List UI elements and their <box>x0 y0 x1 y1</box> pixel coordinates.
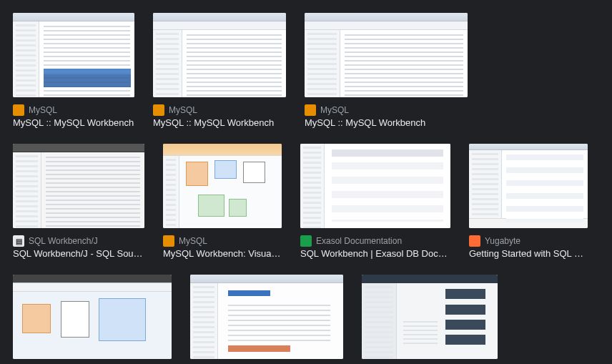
result-source-row[interactable]: Yugabyte <box>469 235 588 247</box>
result-source-row[interactable]: Exasol Documentation <box>300 235 450 247</box>
result-title[interactable]: SQL Workbench | Exasol DB Documentation <box>300 248 450 259</box>
result-title[interactable]: MySQL Workbench: Visual Databas... <box>163 248 282 259</box>
result-source: Yugabyte <box>485 236 520 246</box>
result-source: MySQL <box>169 105 197 115</box>
image-result[interactable]: Exasol DocumentationSQL Workbench | Exas… <box>300 144 450 259</box>
result-thumbnail[interactable] <box>13 275 172 359</box>
result-thumbnail[interactable] <box>153 13 286 97</box>
favicon-icon <box>469 235 480 247</box>
favicon-icon <box>300 235 312 247</box>
result-source: Exasol Documentation <box>316 236 402 246</box>
result-title[interactable]: MySQL :: MySQL Workbench <box>13 117 134 128</box>
result-source-row[interactable]: MySQL <box>13 104 134 116</box>
result-thumbnail[interactable] <box>13 144 144 228</box>
result-title[interactable]: MySQL :: MySQL Workbench <box>153 117 286 128</box>
result-thumbnail[interactable] <box>305 13 468 97</box>
result-source-row[interactable]: ▤SQL Workbench/J <box>13 235 144 247</box>
favicon-icon <box>13 104 24 116</box>
result-thumbnail[interactable] <box>190 275 343 359</box>
image-result[interactable]: YugabyteGetting Started with SQL Workben… <box>469 144 588 259</box>
image-result[interactable]: ▤SQL Workbench/JSQL Workbench/J - SQL So… <box>13 144 144 259</box>
image-result[interactable]: MySQLMySQL :: MySQL Workbench <box>305 13 468 128</box>
image-result[interactable]: Simplilearn.comUltimate MySQL Workbench … <box>190 275 343 364</box>
result-title[interactable]: SQL Workbench/J - SQL Source Display <box>13 248 144 259</box>
result-thumbnail[interactable] <box>469 144 588 228</box>
result-thumbnail[interactable] <box>300 144 450 228</box>
result-source: MySQL <box>179 236 207 246</box>
image-result[interactable]: MySQLMySQL Workbench: Visual Databas... <box>163 144 282 259</box>
result-source: MySQL <box>320 105 349 115</box>
favicon-icon <box>305 104 316 116</box>
result-source: MySQL <box>29 105 57 115</box>
favicon-icon: ▤ <box>13 235 24 247</box>
result-thumbnail[interactable] <box>163 144 282 228</box>
image-result[interactable]: MySQLMySQL :: MySQL Workbench <box>362 275 498 364</box>
result-title[interactable]: Getting Started with SQL Workbench... <box>469 248 588 259</box>
image-results-grid: MySQLMySQL :: MySQL Workbench MySQLMySQL… <box>13 13 599 364</box>
result-source-row[interactable]: MySQL <box>163 235 282 247</box>
image-result[interactable]: MySQLMySQL :: MySQL Workbench <box>13 13 134 128</box>
image-result[interactable]: MySQLMySQL :: MySQL Workbench <box>153 13 286 128</box>
result-title[interactable]: MySQL :: MySQL Workbench <box>305 117 468 128</box>
result-source-row[interactable]: MySQL <box>305 104 468 116</box>
image-result[interactable]: MySQLMySQL :: MySQL Workbench <box>13 275 172 364</box>
result-thumbnail[interactable] <box>362 275 498 359</box>
result-source: SQL Workbench/J <box>29 236 98 246</box>
result-source-row[interactable]: MySQL <box>153 104 286 116</box>
favicon-icon <box>153 104 164 116</box>
result-thumbnail[interactable] <box>13 13 134 97</box>
favicon-icon <box>163 235 174 247</box>
